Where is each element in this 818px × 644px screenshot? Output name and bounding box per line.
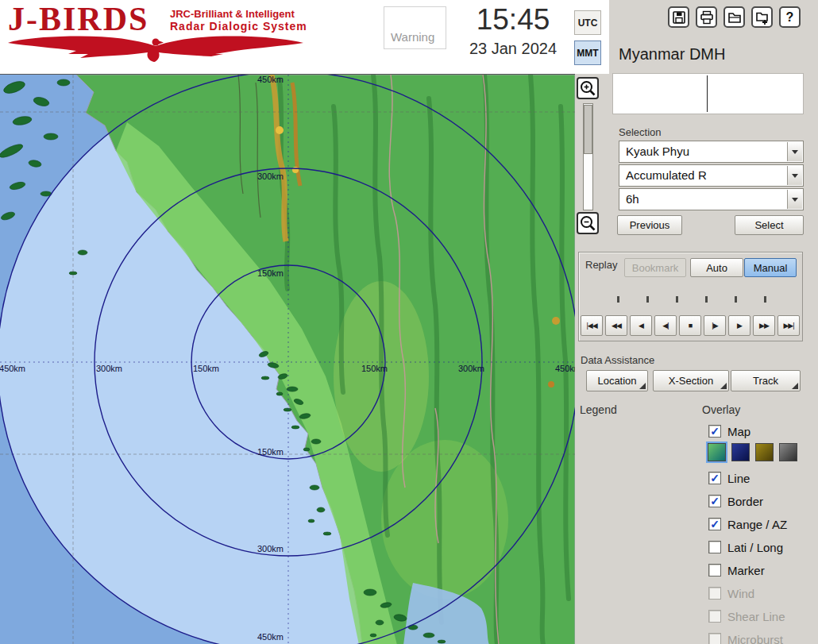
print-button[interactable]	[696, 6, 717, 28]
clock-date: 23 Jan 2024	[449, 40, 577, 58]
site-dropdown-value: Kyauk Phyu	[619, 141, 803, 162]
open-button[interactable]	[723, 6, 745, 28]
x-section-button[interactable]: X-Section	[653, 370, 729, 391]
site-dropdown[interactable]: Kyauk Phyu	[619, 141, 804, 163]
save-button[interactable]	[668, 6, 689, 28]
overlay-row-lati-long: Lati / Long	[708, 538, 783, 557]
ring-label-150km: 150km	[361, 364, 388, 373]
site-dropdown-button[interactable]	[787, 142, 802, 161]
duration-dropdown[interactable]: 6h	[619, 188, 804, 210]
zoom-out-icon	[579, 214, 596, 232]
map-style-dark-blue[interactable]	[731, 443, 750, 461]
overlay-row-marker: Marker	[708, 561, 765, 580]
ring-label-450km: 450km	[257, 75, 284, 84]
ring-label-300km: 300km	[96, 364, 122, 373]
legend-label: Legend	[580, 403, 617, 416]
replay-slider-tick	[676, 296, 678, 303]
header: J-BIRDS JRC-Brilliant & Intelligent Rada…	[0, 0, 609, 74]
ring-label-300km: 300km	[257, 544, 284, 553]
ring-label-300km: 300km	[257, 172, 284, 181]
chevron-down-icon	[792, 198, 798, 202]
overlay-label-lati-long: Lati / Long	[727, 541, 783, 554]
utc-button[interactable]: UTC	[574, 10, 601, 35]
ring-label-450km: 450km	[0, 364, 25, 373]
step-back-button[interactable]: ◀|	[654, 315, 677, 336]
skip-to-start-button[interactable]: |◀◀	[581, 315, 603, 336]
zoom-slider-thumb[interactable]	[584, 105, 592, 154]
overlay-row-line: ✓Line	[708, 469, 750, 488]
question-mark-icon: ?	[786, 10, 794, 25]
overlay-label: Overlay	[702, 403, 740, 416]
clock-time: 15:45	[449, 3, 577, 37]
overlay-checkbox-wind	[708, 587, 721, 600]
select-button[interactable]: Select	[735, 215, 804, 235]
map-style-olive[interactable]	[755, 443, 774, 461]
overlay-label-border: Border	[727, 495, 763, 508]
chevron-down-icon	[792, 174, 798, 178]
mmt-button[interactable]: MMT	[574, 40, 601, 65]
overlay-label-microburst: Microburst	[727, 633, 783, 644]
ring-label-450km: 450km	[555, 364, 575, 373]
fast-forward-button[interactable]: ▶▶	[753, 315, 775, 336]
auto-button[interactable]: Auto	[690, 258, 743, 277]
overlay-label-map: Map	[727, 425, 750, 438]
overlay-checkbox-shear-line	[708, 610, 721, 623]
overlay-checkbox-line[interactable]: ✓	[708, 472, 721, 484]
stop-button[interactable]: ■	[679, 315, 701, 336]
overlay-checkbox-marker[interactable]	[708, 564, 721, 577]
status-info-box	[612, 73, 804, 114]
overlay-checkbox-microburst	[708, 633, 721, 644]
replay-slider-tick	[705, 296, 708, 303]
export-button[interactable]	[751, 6, 773, 28]
fast-rewind-button[interactable]: ◀◀	[605, 315, 627, 336]
ring-label-300km: 300km	[458, 364, 484, 373]
map-style-terrain-green[interactable]	[708, 443, 726, 461]
zoom-in-button[interactable]	[577, 77, 599, 99]
ring-label-450km: 450km	[257, 632, 284, 642]
floppy-disk-icon	[671, 10, 687, 25]
logo-subtitle-1: JRC-Brilliant & Intelligent	[170, 8, 295, 20]
chevron-down-icon	[792, 150, 798, 154]
warning-indicator: Warning	[384, 6, 446, 49]
overlay-row-map: ✓Map	[708, 422, 750, 441]
bookmark-button: Bookmark	[624, 258, 686, 277]
ring-label-150km: 150km	[257, 447, 284, 457]
step-forward-button[interactable]: |▶	[704, 315, 726, 336]
track-button-label: Track	[753, 375, 778, 387]
printer-icon	[699, 10, 715, 25]
corner-arrow-icon	[792, 383, 798, 389]
overlay-checkbox-border[interactable]: ✓	[708, 495, 721, 507]
logo-subtitle-2: Radar Dialogic System	[170, 20, 307, 33]
overlay-checkbox-range-az[interactable]: ✓	[708, 518, 721, 530]
x-section-button-label: X-Section	[669, 375, 713, 387]
play-reverse-button[interactable]: ◀	[630, 315, 652, 336]
overlay-label-range-az: Range / AZ	[727, 518, 787, 531]
previous-button[interactable]: Previous	[617, 215, 682, 235]
overlay-checkbox-map[interactable]: ✓	[708, 425, 721, 438]
duration-dropdown-value: 6h	[619, 189, 803, 210]
folder-plus-icon	[754, 10, 770, 25]
location-button-label: Location	[597, 375, 636, 387]
overlay-row-range-az: ✓Range / AZ	[708, 515, 787, 534]
play-button[interactable]: ▶	[728, 315, 750, 336]
manual-button[interactable]: Manual	[744, 258, 797, 277]
replay-slider-tick	[617, 296, 619, 303]
zoom-out-button[interactable]	[577, 212, 599, 234]
skip-to-end-button[interactable]: ▶▶|	[777, 315, 800, 336]
help-button[interactable]: ?	[779, 6, 801, 28]
track-button[interactable]: Track	[731, 370, 801, 391]
ring-label-150km: 150km	[193, 364, 219, 373]
overlay-label-marker: Marker	[727, 564, 765, 577]
product-dropdown[interactable]: Accumulated R	[619, 164, 804, 187]
product-dropdown-button[interactable]	[787, 166, 802, 185]
radar-map[interactable]: 150km150km150km150km300km300km300km300km…	[0, 74, 575, 644]
overlay-row-shear-line: Shear Line	[708, 607, 785, 626]
zoom-slider[interactable]	[583, 103, 593, 210]
duration-dropdown-button[interactable]	[787, 190, 802, 209]
overlay-checkbox-lati-long[interactable]	[708, 541, 721, 553]
map-style-dark-gray[interactable]	[779, 443, 797, 461]
replay-slider-tick	[735, 296, 737, 303]
app-logo-title: J-BIRDS	[8, 0, 149, 38]
organization-title: Myanmar DMH	[619, 45, 725, 64]
location-button[interactable]: Location	[586, 370, 648, 391]
